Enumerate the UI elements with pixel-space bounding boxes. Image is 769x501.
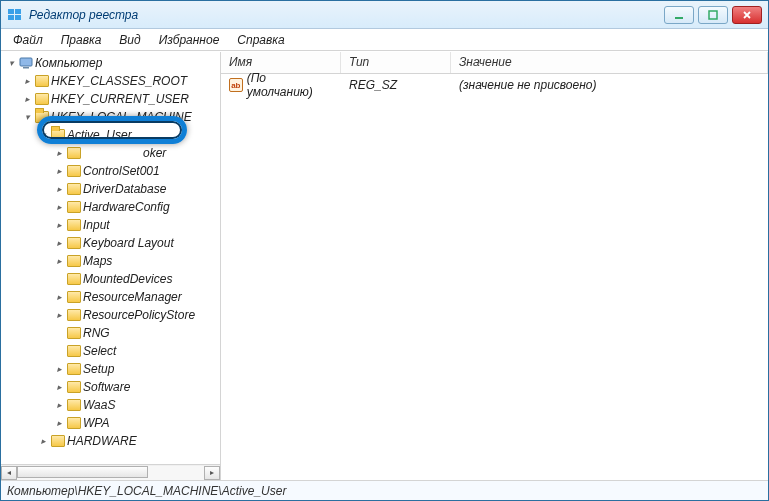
- tree-node[interactable]: ▸ResourcePolicyStore: [53, 306, 220, 324]
- list-pane: Имя Тип Значение ab (По умолчанию) REG_S…: [221, 52, 768, 480]
- folder-icon: [67, 417, 81, 429]
- chevron-down-icon[interactable]: ▾: [21, 111, 33, 123]
- tree-node-hardware[interactable]: ▸HARDWARE: [37, 432, 220, 450]
- status-path: Компьютер\HKEY_LOCAL_MACHINE\Active_User: [7, 484, 286, 498]
- list-row[interactable]: ab (По умолчанию) REG_SZ (значение не пр…: [221, 76, 768, 94]
- column-header-type[interactable]: Тип: [341, 52, 451, 73]
- scroll-left-button[interactable]: ◂: [1, 466, 17, 480]
- tree-node-active-user[interactable]: ▾Active_User: [37, 126, 220, 144]
- chevron-right-icon[interactable]: ▸: [53, 219, 65, 231]
- chevron-right-icon[interactable]: ▸: [53, 201, 65, 213]
- menu-edit[interactable]: Правка: [53, 31, 110, 49]
- tree[interactable]: ▾ Компьютер ▸HKEY_CLASSES_ROOT ▸HKEY_CUR…: [1, 52, 220, 464]
- chevron-right-icon[interactable]: ▸: [53, 363, 65, 375]
- computer-icon: [19, 57, 33, 69]
- tree-node[interactable]: ▸MountedDevices: [53, 270, 220, 288]
- menu-help[interactable]: Справка: [229, 31, 292, 49]
- folder-open-icon: [35, 111, 49, 123]
- folder-icon: [35, 93, 49, 105]
- menu-favorites[interactable]: Избранное: [151, 31, 228, 49]
- tree-label: Keyboard Layout: [83, 236, 174, 250]
- tree-label: Maps: [83, 254, 112, 268]
- folder-icon: [67, 219, 81, 231]
- tree-node[interactable]: ▸RNG: [53, 324, 220, 342]
- tree-node-computer[interactable]: ▾ Компьютер: [5, 54, 220, 72]
- svg-rect-5: [709, 11, 717, 19]
- svg-rect-6: [20, 58, 32, 66]
- column-header-data[interactable]: Значение: [451, 52, 768, 73]
- tree-node-hklm[interactable]: ▾HKEY_LOCAL_MACHINE: [21, 108, 220, 126]
- tree-node[interactable]: ▸ResourceManager: [53, 288, 220, 306]
- minimize-button[interactable]: [664, 6, 694, 24]
- chevron-right-icon[interactable]: ▸: [53, 237, 65, 249]
- tree-label: Input: [83, 218, 110, 232]
- scroll-track[interactable]: [17, 466, 204, 480]
- folder-icon: [67, 327, 81, 339]
- tree-label: Select: [83, 344, 116, 358]
- chevron-right-icon[interactable]: ▸: [53, 417, 65, 429]
- tree-label: MountedDevices: [83, 272, 172, 286]
- menubar: Файл Правка Вид Избранное Справка: [1, 29, 768, 51]
- statusbar: Компьютер\HKEY_LOCAL_MACHINE\Active_User: [1, 480, 768, 500]
- close-button[interactable]: [732, 6, 762, 24]
- chevron-right-icon[interactable]: ▸: [53, 165, 65, 177]
- chevron-right-icon[interactable]: ▸: [53, 255, 65, 267]
- maximize-button[interactable]: [698, 6, 728, 24]
- tree-label: HKEY_CURRENT_USER: [51, 92, 189, 106]
- chevron-down-icon[interactable]: ▾: [5, 57, 17, 69]
- folder-icon: [67, 165, 81, 177]
- string-value-icon: ab: [229, 78, 243, 92]
- window-title: Редактор реестра: [29, 8, 664, 22]
- tree-node[interactable]: ▸oker: [53, 144, 220, 162]
- tree-node-hkcu[interactable]: ▸HKEY_CURRENT_USER: [21, 90, 220, 108]
- tree-label: Active_User: [67, 128, 132, 142]
- tree-label: HARDWARE: [67, 434, 137, 448]
- folder-icon: [67, 381, 81, 393]
- column-header-name[interactable]: Имя: [221, 52, 341, 73]
- tree-hscrollbar[interactable]: ◂ ▸: [1, 464, 220, 480]
- folder-icon: [67, 399, 81, 411]
- value-type: REG_SZ: [341, 78, 451, 92]
- tree-label: WaaS: [83, 398, 115, 412]
- value-name: (По умолчанию): [247, 71, 333, 99]
- folder-icon: [67, 237, 81, 249]
- tree-node-hkcr[interactable]: ▸HKEY_CLASSES_ROOT: [21, 72, 220, 90]
- scroll-right-button[interactable]: ▸: [204, 466, 220, 480]
- tree-node[interactable]: ▸Maps: [53, 252, 220, 270]
- tree-node[interactable]: ▸WaaS: [53, 396, 220, 414]
- chevron-right-icon[interactable]: ▸: [53, 183, 65, 195]
- tree-label: HKEY_CLASSES_ROOT: [51, 74, 187, 88]
- tree-node[interactable]: ▸ControlSet001: [53, 162, 220, 180]
- chevron-right-icon[interactable]: ▸: [37, 435, 49, 447]
- window: Редактор реестра Файл Правка Вид Избранн…: [0, 0, 769, 501]
- scroll-thumb[interactable]: [17, 466, 148, 478]
- folder-icon: [67, 147, 81, 159]
- titlebar[interactable]: Редактор реестра: [1, 1, 768, 29]
- menu-file[interactable]: Файл: [5, 31, 51, 49]
- tree-node[interactable]: ▸Select: [53, 342, 220, 360]
- tree-node[interactable]: ▸Setup: [53, 360, 220, 378]
- tree-label: Software: [83, 380, 130, 394]
- chevron-right-icon[interactable]: ▸: [53, 399, 65, 411]
- chevron-right-icon[interactable]: ▸: [53, 291, 65, 303]
- folder-icon: [35, 75, 49, 87]
- tree-node[interactable]: ▸WPA: [53, 414, 220, 432]
- chevron-right-icon[interactable]: ▸: [21, 75, 33, 87]
- tree-node[interactable]: ▸Input: [53, 216, 220, 234]
- chevron-right-icon[interactable]: ▸: [53, 309, 65, 321]
- chevron-right-icon[interactable]: ▸: [53, 381, 65, 393]
- tree-node[interactable]: ▸HardwareConfig: [53, 198, 220, 216]
- tree-node[interactable]: ▸Keyboard Layout: [53, 234, 220, 252]
- svg-rect-2: [8, 15, 14, 20]
- menu-view[interactable]: Вид: [111, 31, 148, 49]
- tree-label: ControlSet001: [83, 164, 160, 178]
- list-body[interactable]: ab (По умолчанию) REG_SZ (значение не пр…: [221, 74, 768, 480]
- tree-label: ResourceManager: [83, 290, 182, 304]
- chevron-right-icon[interactable]: ▸: [21, 93, 33, 105]
- tree-node[interactable]: ▸Software: [53, 378, 220, 396]
- tree-node[interactable]: ▸DriverDatabase: [53, 180, 220, 198]
- chevron-right-icon[interactable]: ▸: [53, 147, 65, 159]
- tree-label: Setup: [83, 362, 114, 376]
- chevron-down-icon[interactable]: ▾: [37, 129, 49, 141]
- tree-label: HKEY_LOCAL_MACHINE: [51, 110, 192, 124]
